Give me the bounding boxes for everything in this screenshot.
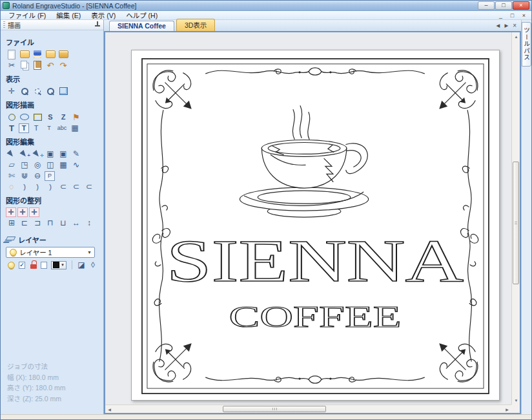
close-button[interactable]: × — [513, 1, 529, 10]
select-tool-icon[interactable] — [6, 149, 17, 159]
zoom-fit-icon[interactable] — [57, 86, 69, 96]
panel-grip[interactable] — [3, 21, 5, 28]
pin-icon[interactable] — [94, 21, 101, 28]
align-right-icon[interactable]: ⊐ — [32, 218, 43, 228]
selected-layer-name: レイヤー 1 — [19, 247, 52, 257]
ellipse-tool-icon[interactable] — [19, 112, 30, 122]
cut-icon[interactable]: ✂ — [6, 60, 17, 70]
scroll-up-icon[interactable]: ▲ — [512, 32, 520, 41]
select-move-tool-icon[interactable] — [32, 149, 43, 159]
design-page[interactable]: SIENNA COFFEE — [131, 50, 500, 401]
polyline-tool-icon[interactable]: Z — [57, 112, 69, 122]
text-transform-tool-icon[interactable]: T — [43, 123, 55, 133]
node-edit-tool-icon[interactable]: ∿ — [70, 160, 82, 170]
paste-icon[interactable] — [32, 60, 43, 70]
layer-lock-checkbox[interactable] — [41, 262, 47, 269]
tab-toolpath[interactable]: ツールパス — [522, 22, 531, 67]
tab-prev-icon[interactable]: ◀ — [495, 22, 502, 29]
trim-tool-icon[interactable]: ✄ — [6, 171, 17, 181]
zoom-selection-icon[interactable] — [32, 86, 43, 96]
spline-tool-icon[interactable]: S — [45, 112, 56, 122]
open-icon[interactable] — [19, 49, 30, 59]
fillet-tool-3-icon[interactable]: ⊂ — [83, 182, 95, 192]
canvas-area[interactable]: SIENNA COFFEE ▲ ▼ ◀ ▶ — [104, 31, 521, 414]
scale-tool-icon[interactable]: ◳ — [19, 160, 30, 170]
layer-visible-checkbox[interactable]: ✓ — [19, 262, 25, 269]
tab-3d-view[interactable]: 3D表示 — [176, 19, 215, 31]
menu-help[interactable]: ヘルプ (H) — [121, 10, 163, 20]
select-add-tool-icon[interactable] — [19, 149, 30, 159]
weld-tool-icon[interactable]: ⋓ — [19, 171, 30, 181]
layer-lock-icon[interactable] — [28, 260, 38, 270]
engravestudio-window: { "window": { "title": "Roland EngraveSt… — [0, 0, 532, 420]
shear-tool-icon[interactable]: ▱ — [6, 160, 17, 170]
text-select-tool-icon[interactable]: T — [30, 123, 42, 133]
center-tool-icon[interactable]: ◎ — [32, 160, 43, 170]
vertical-scroll-thumb[interactable] — [513, 162, 519, 284]
menu-edit[interactable]: 編集 (E) — [51, 10, 86, 20]
subtract-tool-icon[interactable]: ⊖ — [32, 171, 43, 181]
save-icon[interactable] — [32, 49, 43, 59]
horizontal-scrollbar[interactable]: ◀ ▶ — [105, 404, 511, 413]
text-frame-tool-icon[interactable]: T — [19, 123, 29, 133]
convert-p-tool-icon[interactable]: P — [45, 171, 55, 181]
layer-color-swatch[interactable]: ▼ — [51, 261, 66, 269]
scroll-left-icon[interactable]: ◀ — [105, 405, 114, 414]
copy-icon[interactable] — [19, 60, 30, 70]
measure-tool-icon[interactable]: ✎ — [70, 149, 82, 159]
rectangle-tool-icon[interactable] — [32, 112, 43, 122]
text-on-arc-tool-icon[interactable]: abc — [56, 123, 68, 133]
tab-next-icon[interactable]: ▶ — [503, 22, 509, 29]
align-left-icon[interactable]: ⊏ — [19, 218, 30, 228]
symbols-tool-icon[interactable]: ▦ — [69, 123, 81, 133]
bitmap-tool-icon[interactable]: ▣ — [45, 149, 56, 159]
export-icon[interactable] — [57, 49, 69, 59]
zoom-out-icon[interactable] — [45, 86, 56, 96]
mdi-close-button[interactable]: × — [519, 12, 529, 19]
arc-tool-3-icon[interactable]: ) — [45, 182, 56, 192]
redo-icon[interactable]: ↷ — [57, 60, 69, 70]
zoom-in-icon[interactable] — [19, 86, 30, 96]
undo-icon[interactable]: ↶ — [45, 60, 56, 70]
menu-file[interactable]: ファイル (F) — [3, 10, 51, 20]
circle-tool-icon[interactable] — [6, 112, 17, 122]
array-tool-icon[interactable]: ▦ — [57, 160, 69, 170]
new-document-icon[interactable] — [6, 49, 17, 59]
mirror-tool-icon[interactable]: ◫ — [45, 160, 56, 170]
layer-options-icon[interactable]: ◪ — [76, 260, 87, 270]
minimize-button[interactable]: – — [478, 1, 495, 10]
scroll-down-icon[interactable]: ▼ — [512, 396, 520, 404]
fillet-tool-1-icon[interactable]: ⊂ — [57, 182, 69, 192]
pan-icon[interactable]: ✛ — [6, 86, 17, 96]
scroll-right-icon[interactable]: ▶ — [503, 405, 511, 414]
job-depth: 深さ (Z): 25.0 mm — [7, 394, 65, 404]
horizontal-scroll-thumb[interactable] — [223, 406, 326, 412]
layer-delete-icon[interactable]: ◊ — [88, 260, 98, 270]
align-top-icon[interactable]: ⊓ — [45, 218, 56, 228]
arc-tool-1-icon[interactable]: ) — [19, 182, 30, 192]
text-tool-icon[interactable]: T — [6, 123, 17, 133]
align-center-h-icon[interactable]: ✛ — [17, 207, 28, 217]
vertical-scrollbar[interactable]: ▲ ▼ — [511, 32, 520, 404]
import-icon[interactable] — [45, 49, 56, 59]
menu-view[interactable]: 表示 (V) — [86, 10, 121, 20]
tab-sienna-coffee[interactable]: SIENNA Coffee — [109, 21, 174, 31]
align-center-v-icon[interactable]: ✛ — [29, 207, 39, 217]
layer-select[interactable]: レイヤー 1 ▼ — [6, 247, 95, 258]
layer-visible-toggle-icon[interactable] — [6, 260, 16, 270]
bitmap-delete-tool-icon[interactable]: ▣ — [57, 149, 69, 159]
mdi-restore-button[interactable]: □ — [507, 12, 517, 19]
align-center-both-icon[interactable]: ✛ — [6, 207, 16, 217]
align-page-icon[interactable]: ⊞ — [6, 218, 17, 228]
space-v-icon[interactable]: ↕ — [83, 218, 95, 228]
layer-dropdown-arrow-icon[interactable]: ▼ — [87, 250, 92, 255]
mdi-minimize-button[interactable]: _ — [496, 12, 506, 19]
arc-tool-2-icon[interactable]: ) — [32, 182, 43, 192]
space-h-icon[interactable]: ↔ — [70, 218, 82, 228]
align-bottom-icon[interactable]: ⊔ — [57, 218, 69, 228]
tab-close-icon[interactable]: × — [511, 21, 518, 30]
fillet-tool-2-icon[interactable]: ⊂ — [70, 182, 82, 192]
restore-button[interactable]: □ — [495, 1, 512, 10]
freehand-tool-icon[interactable]: ⚑ — [70, 112, 82, 122]
close-path-tool-icon[interactable]: ◌ — [6, 182, 17, 192]
